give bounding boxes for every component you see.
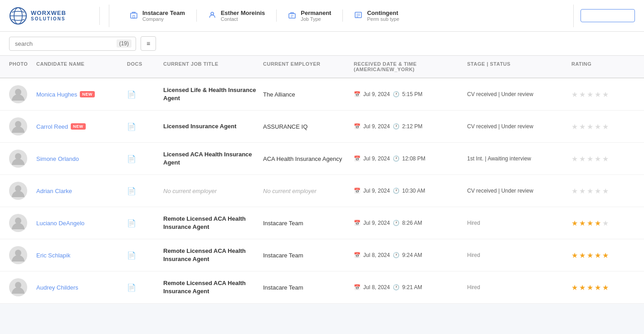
employer-cell: Instacare Team (263, 284, 354, 291)
star-rating[interactable]: ★★★★★ (571, 90, 644, 99)
time-value: 2:12 PM (402, 123, 423, 130)
table-row[interactable]: Carrol Reed NEW 📄 Licensed Insurance Age… (0, 111, 644, 143)
document-icon[interactable]: 📄 (127, 155, 136, 163)
document-icon[interactable]: 📄 (127, 252, 136, 259)
company-icon (130, 11, 138, 21)
star-rating[interactable]: ★★★★★ (571, 251, 644, 260)
date-value: Jul 9, 2024 (363, 220, 390, 226)
candidate-link[interactable]: Simone Orlando (36, 155, 79, 162)
candidate-name-cell: Adrian Clarke (36, 188, 127, 194)
search-container: (19) (9, 37, 136, 51)
star-empty: ★ (595, 187, 601, 195)
logo: WORXWEB SOLUTIONS (9, 7, 100, 25)
contact-icon (208, 11, 216, 21)
star-empty: ★ (602, 219, 609, 228)
star-rating[interactable]: ★★★★★ (571, 219, 644, 228)
table-row[interactable]: Audrey Childers 📄 Remote Licensed ACA He… (0, 271, 644, 304)
job-title: Remote Licensed ACA Health Insurance Age… (163, 280, 246, 295)
document-icon[interactable]: 📄 (127, 284, 136, 291)
job-title-cell: Remote Licensed ACA Health Insurance Age… (163, 279, 263, 295)
stage-status-cell: CV received | Under review (467, 188, 571, 194)
candidate-name-cell: Carrol Reed NEW (36, 123, 127, 130)
clock-icon: 🕐 (393, 155, 400, 162)
employer-cell: The Alliance (263, 91, 354, 98)
col-name: CANDIDATE NAME (36, 61, 127, 72)
star-rating[interactable]: ★★★★★ (571, 155, 644, 163)
date-value: Jul 9, 2024 (363, 155, 390, 162)
job-title-cell: Remote Licensed ACA Health Insurance Age… (163, 215, 263, 231)
date-time-cell: 📅 Jul 8, 2024 🕐 9:21 AM (354, 284, 467, 290)
table-row[interactable]: Simone Orlando 📄 Licensed ACA Health Ins… (0, 143, 644, 175)
avatar (9, 150, 27, 168)
star-empty: ★ (571, 155, 578, 163)
candidate-link[interactable]: Carrol Reed (36, 123, 68, 130)
stage-status-cell: Hired (467, 284, 571, 290)
docs-cell: 📄 (127, 187, 163, 195)
stage-status-cell: CV received | Under review (467, 91, 571, 97)
clock-icon: 🕐 (393, 91, 400, 97)
table-row[interactable]: Monica Hughes NEW 📄 Licensed Life & Heal… (0, 78, 644, 111)
job-title: Remote Licensed ACA Health Insurance Age… (163, 215, 246, 230)
star-empty: ★ (602, 90, 609, 99)
header-search-input[interactable] (581, 9, 635, 22)
stage-status-cell: CV received | Under review (467, 123, 571, 130)
star-empty: ★ (602, 122, 609, 131)
table-row[interactable]: Adrian Clarke 📄 No current employer No c… (0, 175, 644, 207)
candidate-link[interactable]: Audrey Childers (36, 284, 78, 291)
star-filled: ★ (602, 283, 609, 292)
candidate-name-cell: Simone Orlando (36, 155, 127, 162)
employer: The Alliance (263, 91, 295, 98)
calendar-icon: 📅 (354, 188, 361, 194)
col-received-date: RECEIVED DATE & TIME (AMERICA/NEW_YORK) (354, 61, 467, 72)
star-filled: ★ (579, 283, 585, 292)
header-jobtype[interactable]: Permanent Job Type (277, 10, 343, 22)
time-value: 10:30 AM (402, 188, 425, 194)
col-employer: CURRENT EMPLOYER (263, 61, 354, 72)
document-icon[interactable]: 📄 (127, 219, 136, 227)
star-empty: ★ (579, 155, 585, 163)
header-contact[interactable]: Esther Moreinis Contact (197, 10, 277, 22)
star-empty: ★ (595, 155, 601, 163)
filter-button[interactable]: ≡ (141, 36, 156, 51)
docs-cell: 📄 (127, 283, 163, 292)
table-row[interactable]: Luciano DeAngelo 📄 Remote Licensed ACA H… (0, 207, 644, 239)
job-title-cell: Licensed Insurance Agent (163, 122, 263, 131)
table-body: Monica Hughes NEW 📄 Licensed Life & Heal… (0, 78, 644, 304)
col-stage-status: STAGE | STATUS (467, 61, 571, 72)
employer: ACA Health Insurance Agency (263, 155, 342, 162)
star-rating[interactable]: ★★★★★ (571, 187, 644, 195)
header-right (566, 5, 635, 27)
star-rating[interactable]: ★★★★★ (571, 283, 644, 292)
candidate-link[interactable]: Luciano DeAngelo (36, 220, 84, 227)
job-title-cell: Licensed Life & Health Insurance Agent (163, 86, 263, 102)
candidate-link[interactable]: Adrian Clarke (36, 188, 72, 194)
candidate-name-cell: Eric Schlapik (36, 252, 127, 259)
star-rating[interactable]: ★★★★★ (571, 122, 644, 131)
header: WORXWEB SOLUTIONS Instacare Team Company (0, 0, 644, 32)
col-photo: PHOTO (9, 61, 36, 72)
candidate-link[interactable]: Monica Hughes (36, 91, 77, 98)
document-icon[interactable]: 📄 (127, 187, 136, 195)
logo-line2: SOLUTIONS (31, 16, 66, 22)
star-empty: ★ (595, 122, 601, 131)
document-icon[interactable]: 📄 (127, 91, 136, 98)
new-badge: NEW (71, 123, 86, 130)
header-perm-sub-type[interactable]: Contingent Perm sub type (343, 10, 410, 22)
docs-cell: 📄 (127, 90, 163, 99)
jobtype-title: Permanent (301, 10, 331, 16)
header-company[interactable]: Instacare Team Company (118, 10, 197, 22)
stage-status-cell: 1st Int. | Awaiting interview (467, 155, 571, 162)
star-filled: ★ (595, 251, 601, 260)
table-row[interactable]: Eric Schlapik 📄 Remote Licensed ACA Heal… (0, 239, 644, 271)
date-value: Jul 9, 2024 (363, 91, 390, 97)
document-icon[interactable]: 📄 (127, 123, 136, 131)
job-title-cell: Remote Licensed ACA Health Insurance Age… (163, 247, 263, 263)
candidate-link[interactable]: Eric Schlapik (36, 252, 70, 259)
docs-cell: 📄 (127, 122, 163, 131)
star-empty: ★ (579, 187, 585, 195)
company-info: Instacare Team Company (142, 10, 185, 22)
star-filled: ★ (587, 251, 593, 260)
jobtype-icon (288, 11, 296, 21)
date-value: Jul 8, 2024 (363, 284, 390, 290)
logo-text: WORXWEB SOLUTIONS (31, 10, 66, 22)
